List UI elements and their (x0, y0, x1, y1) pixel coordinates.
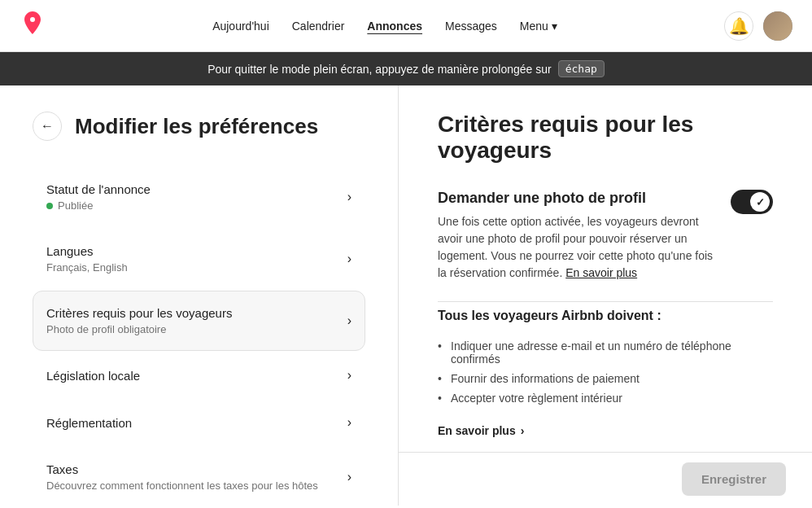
chevron-right-icon: › (521, 424, 525, 437)
nav-links: Aujourd'hui Calendrier Annonces Messages… (212, 20, 557, 33)
save-button[interactable]: Enregistrer (682, 462, 786, 496)
menu-item-legislation-title: Législation locale (46, 369, 140, 383)
en-savoir-plus-link-photo[interactable]: En savoir plus (565, 266, 637, 279)
menu-item-statut-title: Statut de l'annonce (46, 182, 151, 196)
user-avatar[interactable] (763, 11, 792, 41)
chevron-right-icon: › (347, 313, 351, 328)
menu-item-criteres-sub: Photo de profil obligatoire (46, 323, 232, 335)
topnav-right: 🔔 (724, 11, 792, 41)
toggle-section-label: Demander une photo de profil (438, 190, 718, 207)
status-dot-icon (46, 203, 53, 209)
menu-item-langues-title: Langues (46, 244, 128, 258)
toggle-section-desc: Une fois cette option activée, les voyag… (438, 213, 718, 282)
section-divider (438, 301, 773, 302)
main-layout: ← Modifier les préférences Statut de l'a… (0, 85, 812, 506)
menu-item-statut[interactable]: Statut de l'annonce Publiée › (33, 167, 365, 227)
notifications-bell-icon[interactable]: 🔔 (724, 11, 753, 41)
requirements-section: Tous les voyageurs Airbnb doivent : Indi… (438, 309, 773, 437)
menu-item-taxes-title: Taxes (46, 462, 318, 476)
menu-item-taxes-sub: Découvrez comment fonctionnent les taxes… (46, 480, 318, 492)
menu-section: Statut de l'annonce Publiée › Langues Fr… (33, 167, 365, 506)
nav-annonces[interactable]: Annonces (367, 20, 422, 33)
nav-calendrier[interactable]: Calendrier (292, 20, 345, 33)
back-button[interactable]: ← (33, 112, 62, 141)
chevron-right-icon: › (347, 415, 351, 430)
bottom-bar: Enregistrer (399, 452, 812, 506)
fullscreen-toast: Pour quitter le mode plein écran, appuye… (0, 52, 812, 85)
toast-key: échap (558, 60, 605, 77)
menu-item-criteres-title: Critères requis pour les voyageurs (46, 306, 232, 320)
requirements-title: Tous les voyageurs Airbnb doivent : (438, 309, 773, 323)
menu-item-langues[interactable]: Langues Français, English › (33, 229, 365, 289)
menu-item-reglementation-title: Réglementation (46, 416, 132, 430)
list-item: Accepter votre règlement intérieur (438, 388, 773, 408)
en-savoir-plus-link-req[interactable]: En savoir plus › (438, 424, 773, 437)
left-panel: ← Modifier les préférences Statut de l'a… (0, 85, 399, 506)
chevron-right-icon: › (347, 190, 351, 204)
list-item: Indiquer une adresse e-mail et un numéro… (438, 336, 773, 369)
airbnb-logo[interactable] (20, 10, 46, 42)
list-item: Fournir des informations de paiement (438, 369, 773, 388)
right-panel-title: Critères requis pour les voyageurs (438, 112, 773, 164)
profile-photo-toggle[interactable]: ✓ (731, 190, 773, 214)
page-title: Modifier les préférences (75, 114, 318, 139)
menu-item-reglementation[interactable]: Réglementation › (33, 400, 365, 445)
toggle-check-icon: ✓ (756, 196, 765, 208)
nav-messages[interactable]: Messages (445, 20, 497, 33)
menu-item-legislation[interactable]: Législation locale › (33, 353, 365, 398)
toast-text: Pour quitter le mode plein écran, appuye… (207, 63, 552, 76)
menu-item-criteres[interactable]: Critères requis pour les voyageurs Photo… (33, 291, 365, 351)
menu-item-taxes[interactable]: Taxes Découvrez comment fonctionnent les… (33, 447, 365, 506)
toggle-circle: ✓ (750, 192, 770, 212)
nav-aujourdhui[interactable]: Aujourd'hui (212, 20, 269, 33)
menu-item-langues-sub: Français, English (46, 261, 128, 274)
menu-item-statut-sub: Publiée (46, 199, 151, 212)
right-panel: Critères requis pour les voyageurs Deman… (399, 85, 812, 506)
left-header: ← Modifier les préférences (33, 112, 365, 141)
nav-menu[interactable]: Menu ▾ (520, 20, 557, 33)
topnav: Aujourd'hui Calendrier Annonces Messages… (0, 0, 812, 52)
chevron-right-icon: › (347, 368, 351, 383)
photo-profil-section: Demander une photo de profil Une fois ce… (438, 190, 773, 282)
chevron-right-icon: › (347, 252, 351, 266)
requirements-list: Indiquer une adresse e-mail et un numéro… (438, 336, 773, 408)
chevron-down-icon: ▾ (552, 20, 557, 33)
chevron-right-icon: › (347, 470, 351, 484)
